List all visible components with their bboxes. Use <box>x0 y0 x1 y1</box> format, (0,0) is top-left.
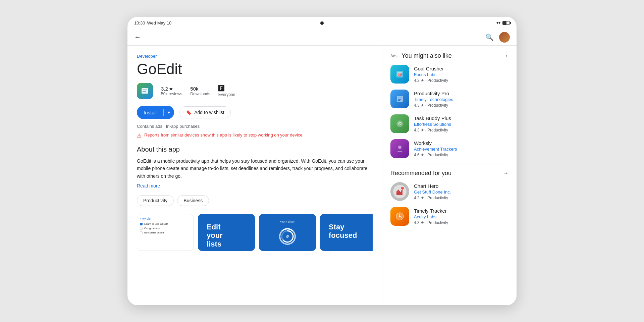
screenshot-1[interactable]: ‹ My List Learn to use GoEdit Get grocer… <box>137 214 194 251</box>
tags-row: Productivity Business <box>137 195 373 206</box>
wifi-icon: ▾▾ <box>496 20 500 25</box>
contains-ads-label: Contains ads · In-app purchases <box>137 124 373 129</box>
camera-dot <box>320 21 324 25</box>
age-rating-meta: 🅴 Everyone <box>218 85 235 97</box>
ad-app-2[interactable]: Productivity Pro Timely Technologies 4.3… <box>390 90 508 108</box>
read-more-link[interactable]: Read more <box>137 183 373 189</box>
app-name-task-buddy: Task Buddy Plus <box>414 115 508 121</box>
svg-point-22 <box>399 216 400 217</box>
install-button[interactable]: Install ▾ <box>137 106 174 119</box>
svg-text:⚙: ⚙ <box>398 121 402 126</box>
app-name-goal-crusher: Goal Crusher <box>414 66 508 71</box>
recommended-app-1[interactable]: Chart Hero Get Stuff Done Inc. 4.2★·Prod… <box>390 182 508 201</box>
app-info-productivity-pro: Productivity Pro Timely Technologies 4.3… <box>414 91 508 108</box>
install-dropdown-arrow[interactable]: ▾ <box>164 110 174 115</box>
age-rating-icon: 🅴 <box>218 85 224 92</box>
ads-label: Ads · <box>390 54 399 58</box>
developer-link[interactable]: Developer <box>137 54 373 59</box>
right-panel: Ads · You might also like → 🎯 Goal Crush… <box>382 46 517 305</box>
warning-icon: ⚠ <box>137 132 142 139</box>
app-icon-worksly <box>390 139 409 158</box>
tag-productivity[interactable]: Productivity <box>137 195 174 206</box>
about-title: About this app <box>137 146 373 153</box>
section-divider <box>390 164 508 164</box>
ad-app-1[interactable]: 🎯 Goal Crusher Focus Labs 4.2★·Productiv… <box>390 65 508 84</box>
star-icon: ★ <box>169 86 173 91</box>
ads-section-header: Ads · You might also like → <box>390 52 508 59</box>
app-developer-task-buddy[interactable]: Effortless Solutions <box>414 122 508 127</box>
rating-value: 3.2 <box>161 86 168 92</box>
app-rating-goal-crusher: 4.2★·Productivity <box>414 78 508 83</box>
recommended-section: Recommended for you → Chart Hero <box>390 170 508 226</box>
ad-app-3[interactable]: ⚙ Task Buddy Plus Effortless Solutions 4… <box>390 114 508 133</box>
wishlist-button[interactable]: 🔖 Add to wishlist <box>179 106 230 118</box>
app-name-chart-hero: Chart Hero <box>414 183 508 189</box>
app-info-timely-tracker: Timely Tracker Acuity Labs 4.3★·Producti… <box>414 208 508 225</box>
app-rating-worksly: 4.6★·Productivity <box>414 153 508 157</box>
app-info-task-buddy: Task Buddy Plus Effortless Solutions 4.3… <box>414 115 508 132</box>
about-text: GoEdit is a mobile productivity app that… <box>137 157 373 180</box>
warning-row: ⚠ Reports from similar devices show this… <box>137 132 373 139</box>
screenshot-4[interactable]: Stayfocused <box>320 214 373 251</box>
svg-text:⏱: ⏱ <box>286 235 289 238</box>
time-display: 10:30 <box>134 20 145 25</box>
screenshot-2-text: Edityourlists <box>203 219 227 251</box>
app-icon <box>137 83 153 99</box>
app-rating-task-buddy: 4.3★·Productivity <box>414 128 508 132</box>
app-icon-timely-tracker <box>390 207 409 226</box>
tag-business[interactable]: Business <box>177 195 209 206</box>
app-icon-goal-crusher: 🎯 <box>390 65 409 84</box>
reviews-label: 50k reviews <box>161 92 182 96</box>
screenshot-2[interactable]: Edityourlists <box>198 214 255 251</box>
svg-rect-0 <box>142 88 148 94</box>
wishlist-label: Add to wishlist <box>194 110 224 115</box>
timer-circle: ⏱ <box>279 228 296 245</box>
main-content: Developer GoEdit 3.2 ★ 50k reviews <box>127 46 517 305</box>
app-name-worksly: Worksly <box>414 140 508 146</box>
downloads-meta: 50k Downloads <box>190 86 210 96</box>
screenshots-row: ‹ My List Learn to use GoEdit Get grocer… <box>137 214 373 251</box>
app-developer-chart-hero[interactable]: Get Stuff Done Inc. <box>414 190 508 195</box>
recommended-app-2[interactable]: Timely Tracker Acuity Labs 4.3★·Producti… <box>390 207 508 226</box>
nav-bar: ← 🔍 <box>127 29 517 46</box>
age-rating-label: Everyone <box>218 92 235 97</box>
left-panel: Developer GoEdit 3.2 ★ 50k reviews <box>127 46 382 305</box>
app-rating-chart-hero: 4.2★·Productivity <box>414 196 508 200</box>
app-icon-chart-hero <box>390 182 409 201</box>
svg-text:🎯: 🎯 <box>398 72 402 77</box>
app-title: GoEdit <box>137 61 373 77</box>
svg-point-18 <box>401 187 404 190</box>
recommended-section-header: Recommended for you → <box>390 170 508 177</box>
app-rating-productivity-pro: 4.3★·Productivity <box>414 103 508 108</box>
app-developer-goal-crusher[interactable]: Focus Labs <box>414 72 508 77</box>
app-name-productivity-pro: Productivity Pro <box>414 91 508 96</box>
battery-icon <box>502 21 510 25</box>
ad-app-4[interactable]: Worksly Achievement Trackers 4.6★·Produc… <box>390 139 508 158</box>
svg-point-15 <box>398 146 401 149</box>
downloads-value: 50k <box>190 86 198 92</box>
you-might-like-arrow[interactable]: → <box>502 52 508 59</box>
back-button[interactable]: ← <box>134 33 141 41</box>
you-might-like-heading: You might also like <box>401 52 451 59</box>
timer-label: Work timer <box>280 220 294 223</box>
app-developer-productivity-pro[interactable]: Timely Technologies <box>414 97 508 102</box>
search-icon[interactable]: 🔍 <box>485 33 494 41</box>
svg-rect-9 <box>397 96 403 102</box>
downloads-label: Downloads <box>190 92 210 96</box>
recommended-heading: Recommended for you <box>390 170 451 177</box>
screenshot-4-text: Stayfocused <box>325 219 361 244</box>
app-name-timely-tracker: Timely Tracker <box>414 208 508 214</box>
app-developer-timely-tracker[interactable]: Acuity Labs <box>414 214 508 219</box>
tablet-frame: 10:30 Wed May 10 ▾▾ ← 🔍 Developer GoEdit <box>127 17 517 305</box>
rating-meta: 3.2 ★ 50k reviews <box>161 86 182 96</box>
recommended-arrow[interactable]: → <box>502 170 508 177</box>
screenshot-3[interactable]: Work timer ⏱ <box>259 214 316 251</box>
app-rating-timely-tracker: 4.3★·Productivity <box>414 220 508 225</box>
app-info-goal-crusher: Goal Crusher Focus Labs 4.2★·Productivit… <box>414 66 508 83</box>
warning-text: Reports from similar devices show this a… <box>144 132 303 138</box>
app-developer-worksly[interactable]: Achievement Trackers <box>414 147 508 152</box>
app-info-worksly: Worksly Achievement Trackers 4.6★·Produc… <box>414 140 508 157</box>
app-icon-task-buddy: ⚙ <box>390 114 409 133</box>
app-icon-productivity-pro <box>390 90 409 108</box>
avatar[interactable] <box>499 32 510 43</box>
